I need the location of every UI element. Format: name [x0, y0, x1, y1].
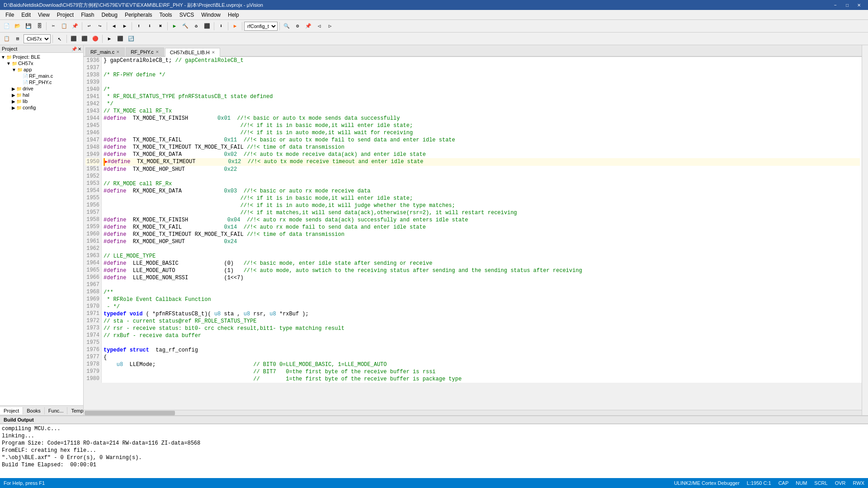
save-all-button[interactable]: 🗄	[34, 21, 44, 31]
start-debug[interactable]: ▶	[230, 21, 240, 31]
toolbar1: 📄 📂 💾 🗄 ✂ 📋 📌 ↩ ↪ ◀ ▶ ⬆ ⬇ ✖ ▶ 🔨 ♻ ⬛ ⬇ ▶ …	[0, 20, 868, 33]
tab-rf-phy-label: RF_PHY.c	[131, 49, 154, 55]
rf-main-label: RF_main.c	[29, 73, 53, 79]
scroll-thumb-h[interactable]	[85, 411, 175, 415]
target-combo[interactable]: rfConfig_t	[244, 22, 278, 31]
menu-help[interactable]: Help	[224, 11, 243, 19]
menu-project[interactable]: Project	[53, 11, 77, 19]
menu-view[interactable]: View	[34, 11, 53, 19]
insert-btn1[interactable]: ⬛	[69, 34, 79, 44]
options-btn[interactable]: ⚙	[292, 21, 302, 31]
tree-item-app[interactable]: ▼ 📁 app	[1, 66, 82, 73]
redo-button[interactable]: ↪	[95, 21, 105, 31]
minimize-button[interactable]: −	[830, 1, 841, 9]
bookmark-clear[interactable]: ✖	[156, 21, 165, 31]
navigate-fwd[interactable]: ▶	[120, 21, 130, 31]
build-output-header: Build Output	[0, 416, 868, 424]
view-btn1[interactable]: 📋	[2, 34, 12, 44]
project-tabs: Project Books Func... Temp...	[0, 405, 83, 415]
tab-ch57x-ble-lib-close[interactable]: ✕	[212, 50, 215, 55]
ln-1969: 1969	[85, 296, 99, 303]
cursor-btn[interactable]: ↖	[55, 34, 65, 44]
copy-button[interactable]: 📋	[59, 21, 69, 31]
paste-button[interactable]: 📌	[70, 21, 80, 31]
new-file-button[interactable]: 📄	[2, 21, 12, 31]
build-btn[interactable]: ▶	[170, 21, 179, 31]
menu-flash[interactable]: Flash	[77, 11, 98, 19]
menu-window[interactable]: Window	[198, 11, 224, 19]
project-close-button[interactable]: ✕	[78, 47, 81, 52]
tab-ch57x-ble-lib-label: CH57xBLE_LIB.H	[170, 50, 210, 55]
code-line-1979: // BIT7 0=the first byte of the receive …	[104, 368, 860, 375]
code-line-1973: // rsr - receive status: bit0- crc check…	[104, 325, 860, 332]
cut-button[interactable]: ✂	[48, 21, 58, 31]
insert-btn2[interactable]: ⬛	[80, 34, 90, 44]
scope-combo[interactable]: CH57x	[24, 34, 51, 43]
ln-1940: 1940	[85, 86, 99, 93]
build-all[interactable]: 🔨	[180, 21, 190, 31]
tab-ch57x-ble-lib[interactable]: CH57xBLE_LIB.H ✕	[165, 48, 220, 57]
tab-rf-phy[interactable]: RF_PHY.c ✕	[126, 47, 164, 56]
code-lines[interactable]: } gapCentralRoleCB_t; // gapCentralRoleC…	[102, 57, 862, 383]
insert-btn3[interactable]: 🔴	[90, 34, 100, 44]
output-line-3: Program Size: Code=17118 RO-data=214 RW-…	[2, 440, 866, 447]
project-tab[interactable]: Project	[0, 407, 23, 414]
project-pin-button[interactable]: 📌	[71, 47, 77, 52]
close-button[interactable]: ✕	[854, 1, 864, 9]
tree-item-rf-phy[interactable]: 📄 RF_PHY.c	[1, 79, 82, 85]
tree-item-project-ble[interactable]: ▼ 📁 Project: BLE	[1, 54, 82, 60]
status-right: ULINK2/ME Cortex Debugger L:1950 C:1 CAP…	[674, 480, 864, 486]
func-btn2[interactable]: ⬛	[115, 34, 125, 44]
main-layout: Project 📌 ✕ ▼ 📁 Project: BLE ▼ 📁 CH5	[0, 45, 868, 478]
horizontal-scrollbar[interactable]	[84, 410, 862, 415]
drive-folder-icon: 📁	[16, 86, 22, 91]
tree-item-lib[interactable]: ▶ 📁 lib	[1, 98, 82, 104]
tab-rf-phy-close[interactable]: ✕	[156, 50, 159, 54]
prev-loc[interactable]: ◁	[314, 21, 324, 31]
stop-build[interactable]: ⬛	[202, 21, 212, 31]
menu-edit[interactable]: Edit	[18, 11, 34, 19]
view-btn2[interactable]: ⊞	[13, 34, 23, 44]
code-content: 1936 1937 1938 1939 1940 1941 1942 1943 …	[84, 57, 862, 383]
ln-1980: 1980	[85, 375, 99, 382]
ln-1954: 1954	[85, 187, 99, 194]
rebuild[interactable]: ♻	[191, 21, 201, 31]
tree-item-drive[interactable]: ▶ 📁 drive	[1, 85, 82, 92]
tab-rf-main-close[interactable]: ✕	[116, 50, 120, 54]
menu-file[interactable]: File	[2, 11, 18, 19]
tree-item-hal[interactable]: ▶ 📁 hal	[1, 92, 82, 98]
code-line-1964: #define LLE_MODE_BASIC (0) //!< basic mo…	[104, 260, 860, 267]
open-button[interactable]: 📂	[13, 21, 23, 31]
pin-btn[interactable]: 📌	[303, 21, 313, 31]
ln-1937: 1937	[85, 64, 99, 71]
navigate-back[interactable]: ◀	[109, 21, 119, 31]
maximize-button[interactable]: □	[842, 1, 853, 9]
next-loc[interactable]: ▷	[325, 21, 335, 31]
search-btn[interactable]: 🔍	[282, 21, 292, 31]
func-tab[interactable]: Func...	[45, 407, 68, 414]
undo-button[interactable]: ↩	[84, 21, 94, 31]
tree-item-ch57x[interactable]: ▼ 📁 CH57x	[1, 60, 82, 66]
tree-item-rf-main[interactable]: 📄 RF_main.c	[1, 73, 82, 79]
tree-item-config[interactable]: ▶ 📁 config	[1, 104, 82, 111]
bookmark-prev[interactable]: ⬆	[134, 21, 144, 31]
code-line-1958: #define RX_MODE_TX_FINISH 0x04 //!< auto…	[104, 216, 860, 224]
tab-rf-main[interactable]: RF_main.c ✕	[85, 47, 125, 56]
menu-tools[interactable]: Tools	[156, 11, 176, 19]
project-tree: ▼ 📁 Project: BLE ▼ 📁 CH57x ▼ 📁 app	[0, 53, 83, 405]
menu-debug[interactable]: Debug	[98, 11, 121, 19]
editor-scroll-area[interactable]: 1936 1937 1938 1939 1940 1941 1942 1943 …	[84, 57, 862, 410]
download-btn[interactable]: ⬇	[216, 21, 226, 31]
func-btn3[interactable]: 🔃	[126, 34, 136, 44]
menu-svcs[interactable]: SVCS	[176, 11, 198, 19]
books-tab[interactable]: Books	[23, 407, 45, 414]
ln-1978: 1978	[85, 361, 99, 368]
menu-peripherals[interactable]: Peripherals	[121, 11, 156, 19]
save-button[interactable]: 💾	[24, 21, 33, 31]
bookmark-next[interactable]: ⬇	[145, 21, 155, 31]
func-btn1[interactable]: ▶	[104, 34, 114, 44]
code-line-1962	[104, 245, 860, 253]
temp-tab[interactable]: Temp...	[67, 407, 84, 414]
ln-1962: 1962	[85, 245, 99, 252]
code-line-1944: #define TX_MODE_TX_FINISH 0x01 //!< basi…	[104, 115, 860, 122]
